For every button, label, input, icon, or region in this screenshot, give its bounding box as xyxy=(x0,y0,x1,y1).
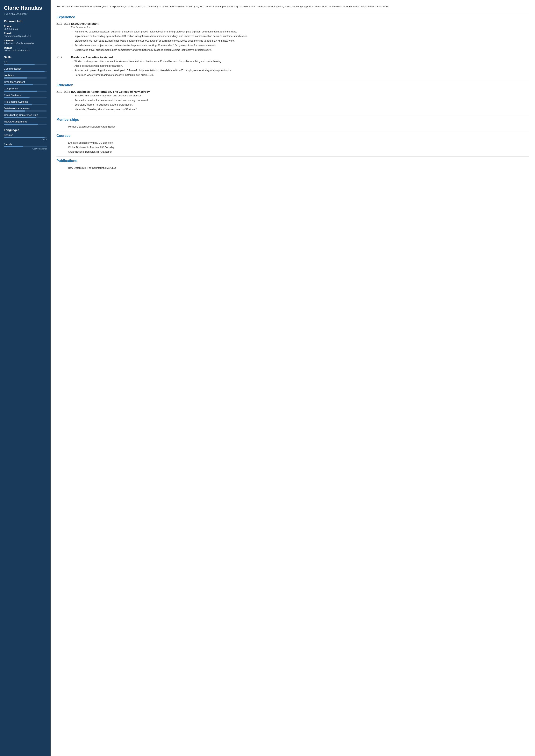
skill-name: Email Systems xyxy=(4,94,47,96)
bullet: Excelled in financial management and bus… xyxy=(74,94,529,97)
language-level: Conversational xyxy=(4,148,47,150)
publication-item: How Details Kill, The Counterintuitive C… xyxy=(68,166,529,170)
bullet: Handled top executive assistant duties f… xyxy=(74,30,529,34)
language-item: Spanish Fluent xyxy=(4,134,47,141)
skill-name: File-Sharing Systems xyxy=(4,100,47,103)
entry-title: Freelance Executive Assistant xyxy=(71,56,529,59)
skill-name: EQ xyxy=(4,61,47,64)
experience-list: 2013 - 2018 Executive Assistant ISN Lipm… xyxy=(56,22,529,78)
phone-value: 862-208-2592 xyxy=(4,28,47,30)
publications-section-title: Publications xyxy=(56,159,529,163)
publications-list: How Details Kill, The Counterintuitive C… xyxy=(56,166,529,170)
skill-bar-bg xyxy=(4,97,47,98)
skill-bar-fill xyxy=(4,104,32,105)
memberships-section-title: Memberships xyxy=(56,118,529,122)
bullet: Secretary, Women in Business student org… xyxy=(74,103,529,107)
linkedin-value: linkedin.com/in/clarieharadas xyxy=(4,42,47,45)
language-name: French xyxy=(4,143,47,146)
skill-item: Compassion xyxy=(4,87,47,92)
entry-title: Executive Assistant xyxy=(71,22,529,25)
skills-list: EQ Communication Logistics Time Manageme… xyxy=(4,61,47,125)
divider xyxy=(56,13,529,13)
candidate-name: Clarie Haradas xyxy=(4,5,47,11)
entry: 2013 Freelance Executive Assistant Worke… xyxy=(56,56,529,78)
experience-section-title: Experience xyxy=(56,15,529,19)
entry-title: BA, Business Administration, The College… xyxy=(71,90,529,93)
email-label: E-mail xyxy=(4,32,47,35)
bullet: Coordinated travel arrangements both dom… xyxy=(74,48,529,52)
skill-bar-fill xyxy=(4,110,25,112)
sidebar: Clarie Haradas Executive Assistant Perso… xyxy=(0,0,51,756)
skill-item: Coordinating Conference Calls xyxy=(4,114,47,118)
entry: 2010 - 2013 BA, Business Administration,… xyxy=(56,90,529,112)
phone-label: Phone xyxy=(4,25,47,28)
language-bar-bg xyxy=(4,146,47,147)
skill-bar-bg xyxy=(4,104,47,105)
skill-item: Travel Arrangements xyxy=(4,120,47,125)
entry-date: 2013 - 2018 xyxy=(56,22,71,53)
skill-bar-fill xyxy=(4,123,38,125)
bullet: Provided executive project support, admi… xyxy=(74,43,529,47)
twitter-value: twitter.com/clarieharadas xyxy=(4,49,47,52)
language-bar-fill xyxy=(4,146,23,147)
skill-item: File-Sharing Systems xyxy=(4,100,47,105)
bullet: Implemented call-recording system that c… xyxy=(74,34,529,38)
skills-title: Skills xyxy=(4,55,47,59)
skill-item: Time Management xyxy=(4,80,47,85)
entry-date: 2010 - 2013 xyxy=(56,90,71,112)
language-bar-fill xyxy=(4,137,44,138)
skill-bar-bg xyxy=(4,84,47,85)
bullet: My article, "Reading Minds" was reprinte… xyxy=(74,107,529,111)
skill-item: Communication xyxy=(4,67,47,72)
skill-bar-bg xyxy=(4,64,47,65)
course-item: Organizational Behavior, IIT Kharagpur xyxy=(68,149,529,154)
entry: 2013 - 2018 Executive Assistant ISN Lipm… xyxy=(56,22,529,53)
skill-bar-fill xyxy=(4,71,44,72)
skill-item: Logistics xyxy=(4,74,47,79)
skill-name: Compassion xyxy=(4,87,47,90)
entry-bullets: Excelled in financial management and bus… xyxy=(71,94,529,111)
bullet: Pursued a passion for business ethics an… xyxy=(74,98,529,102)
skill-bar-bg xyxy=(4,110,47,112)
skill-name: Time Management xyxy=(4,80,47,83)
languages-list: Spanish Fluent French Conversational xyxy=(4,134,47,150)
skill-name: Logistics xyxy=(4,74,47,77)
skill-bar-fill xyxy=(4,64,35,65)
personal-info-title: Personal Info xyxy=(4,19,47,23)
languages-title: Languages xyxy=(4,128,47,132)
language-name: Spanish xyxy=(4,134,47,136)
skill-bar-fill xyxy=(4,84,33,85)
memberships-list: Member, Executive Assistant Organization xyxy=(56,124,529,129)
summary: Resourceful Executive Assistant with 5+ … xyxy=(56,5,529,9)
skill-name: Communication xyxy=(4,67,47,70)
skill-bar-fill xyxy=(4,77,27,79)
courses-list: Effective Business Writing, UC BerkeleyG… xyxy=(56,141,529,154)
main-content: Resourceful Executive Assistant with 5+ … xyxy=(51,0,535,756)
entry-content: Freelance Executive Assistant Worked as … xyxy=(71,56,529,78)
education-section-title: Education xyxy=(56,83,529,87)
skill-item: EQ xyxy=(4,61,47,65)
entry-company: ISN Lipmann, Inc. xyxy=(71,26,529,29)
language-bar-bg xyxy=(4,137,47,138)
entry-content: Executive Assistant ISN Lipmann, Inc. Ha… xyxy=(71,22,529,53)
bullet: Aided executives with meeting preparatio… xyxy=(74,64,529,68)
skill-bar-fill xyxy=(4,117,36,118)
skill-name: Travel Arrangements xyxy=(4,120,47,123)
bullet: Saved each top-level exec 11 hours per w… xyxy=(74,39,529,43)
email-value: clarieharadas@gmail.com xyxy=(4,35,47,38)
skill-name: Coordinating Conference Calls xyxy=(4,114,47,117)
skill-item: Email Systems xyxy=(4,94,47,98)
entry-bullets: Handled top executive assistant duties f… xyxy=(71,30,529,52)
course-item: Global Business in Practice, UC Berkeley xyxy=(68,145,529,149)
education-list: 2010 - 2013 BA, Business Administration,… xyxy=(56,90,529,112)
skill-bar-bg xyxy=(4,91,47,92)
entry-date: 2013 xyxy=(56,56,71,78)
bullet: Worked as temp executive assistant for 4… xyxy=(74,59,529,63)
course-item: Effective Business Writing, UC Berkeley xyxy=(68,141,529,145)
bullet: Performed weekly proofreading of executi… xyxy=(74,73,529,77)
entry-bullets: Worked as temp executive assistant for 4… xyxy=(71,59,529,77)
skill-bar-bg xyxy=(4,123,47,125)
skill-bar-bg xyxy=(4,117,47,118)
skill-bar-fill xyxy=(4,97,30,98)
skill-name: Database Management xyxy=(4,107,47,110)
